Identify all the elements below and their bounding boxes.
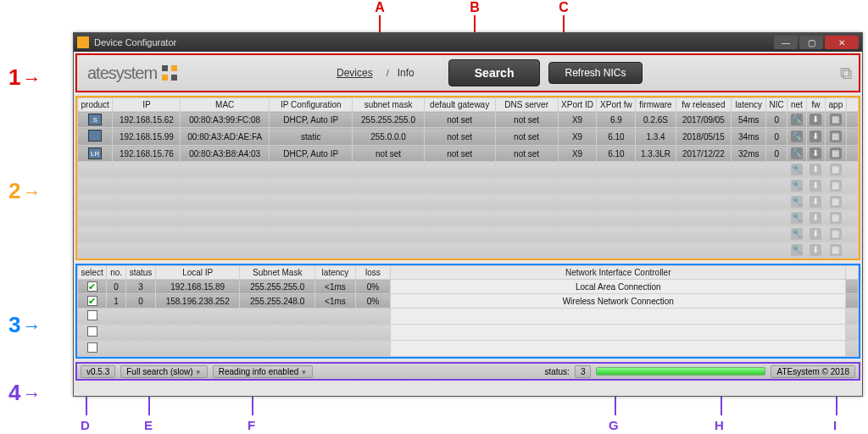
status-bar: v0.5.3 Full search (slow) Reading info e… bbox=[77, 364, 859, 379]
table-row bbox=[78, 325, 859, 341]
header-bar: atesystem Devices / Info Search Refresh … bbox=[75, 53, 860, 92]
logo: atesystem bbox=[87, 64, 177, 83]
devices-col-released[interactable]: fw released bbox=[676, 98, 732, 112]
table-row[interactable]: LR192.168.15.7600:80:A3:B8:A4:03DHCP, Au… bbox=[78, 146, 859, 162]
download-icon: ⬇ bbox=[810, 244, 821, 256]
tab-separator: / bbox=[387, 68, 389, 78]
wrench-icon: 🔧 bbox=[791, 180, 803, 192]
download-icon[interactable]: ⬇ bbox=[810, 147, 821, 159]
app-icon[interactable]: ▦ bbox=[830, 114, 842, 125]
annotation-B: B bbox=[466, 0, 483, 15]
checkbox[interactable]: ✔ bbox=[87, 281, 97, 292]
product-icon: S bbox=[88, 114, 102, 125]
table-row: 🔧⬇▦ bbox=[78, 178, 859, 194]
status-label: status: bbox=[544, 367, 569, 376]
devices-col-latency[interactable]: latency bbox=[732, 98, 766, 112]
info-tab[interactable]: Info bbox=[398, 67, 415, 79]
table-row: 🔧⬇▦ bbox=[78, 210, 859, 226]
checkbox bbox=[87, 310, 97, 320]
table-row bbox=[78, 309, 859, 325]
wrench-icon: 🔧 bbox=[791, 228, 803, 240]
download-icon: ⬇ bbox=[810, 164, 821, 175]
devices-col-dns[interactable]: DNS server bbox=[495, 98, 558, 112]
app-icon[interactable]: ▦ bbox=[830, 131, 842, 142]
nic-col-no[interactable]: no. bbox=[107, 266, 126, 280]
nic-col-status[interactable]: status bbox=[125, 266, 155, 280]
checkbox[interactable]: ✔ bbox=[87, 296, 97, 306]
search-button[interactable]: Search bbox=[448, 59, 541, 86]
search-mode-dropdown[interactable]: Full search (slow) bbox=[120, 365, 208, 378]
app-icon: ▦ bbox=[830, 212, 842, 224]
devices-col-net[interactable]: net bbox=[787, 98, 807, 112]
app-icon: ▦ bbox=[830, 196, 842, 208]
progress-bar bbox=[596, 367, 765, 376]
app-icon: ▦ bbox=[830, 180, 842, 192]
titlebar[interactable]: Device Configurator — ▢ ✕ bbox=[74, 33, 862, 52]
table-row: 🔧⬇▦ bbox=[78, 194, 859, 210]
table-row bbox=[78, 341, 859, 357]
wrench-icon[interactable]: 🔧 bbox=[791, 147, 803, 159]
annotation-4: 4 bbox=[8, 380, 41, 406]
app-icon bbox=[77, 36, 89, 48]
copyright-label: ATEsystem © 2018 bbox=[771, 365, 855, 378]
wrench-icon: 🔧 bbox=[791, 196, 803, 208]
annotation-H: H bbox=[715, 418, 724, 432]
devices-col-ipconfig[interactable]: IP Configuration bbox=[270, 98, 353, 112]
devices-col-xportfw[interactable]: XPort fw bbox=[597, 98, 636, 112]
table-row[interactable]: ✔10158.196.238.252255.255.248.0<1ms0%Wir… bbox=[78, 294, 859, 309]
nic-section: select no. status Local IP Subnet Mask l… bbox=[75, 264, 860, 359]
nic-col-select[interactable]: select bbox=[78, 266, 107, 280]
app-icon: ▦ bbox=[830, 228, 842, 240]
nic-col-mask[interactable]: Subnet Mask bbox=[240, 266, 315, 280]
nic-col-lat[interactable]: latency bbox=[315, 266, 356, 280]
checkbox bbox=[87, 326, 97, 337]
product-icon: LR bbox=[88, 147, 102, 159]
status-value: 3 bbox=[575, 365, 592, 378]
devices-col-mac[interactable]: MAC bbox=[181, 98, 270, 112]
table-row: 🔧⬇▦ bbox=[78, 226, 859, 242]
wrench-icon[interactable]: 🔧 bbox=[791, 131, 803, 142]
devices-tab[interactable]: Devices bbox=[331, 64, 378, 82]
annotation-I: I bbox=[833, 418, 837, 432]
devices-col-app[interactable]: app bbox=[826, 98, 846, 112]
minimize-button[interactable]: — bbox=[774, 36, 798, 49]
nic-scrollbar[interactable] bbox=[846, 266, 859, 280]
product-icon bbox=[88, 130, 102, 142]
checkbox bbox=[87, 342, 97, 353]
table-row[interactable]: 192.168.15.9900:80:A3:AD:AE:FAstatic255.… bbox=[78, 128, 859, 146]
nic-col-ip[interactable]: Local IP bbox=[156, 266, 240, 280]
download-icon[interactable]: ⬇ bbox=[810, 114, 821, 125]
download-icon: ⬇ bbox=[810, 228, 821, 240]
annotation-G: G bbox=[609, 418, 619, 432]
nic-col-name[interactable]: Network Interface Controller bbox=[391, 266, 846, 280]
table-row[interactable]: ✔03192.168.15.89255.255.255.0<1ms0%Local… bbox=[78, 280, 859, 294]
network-icon: ⧉ bbox=[840, 64, 852, 83]
download-icon[interactable]: ⬇ bbox=[810, 131, 821, 142]
annotation-3: 3 bbox=[8, 312, 41, 338]
maximize-button[interactable]: ▢ bbox=[799, 36, 823, 49]
devices-col-fw[interactable]: fw bbox=[806, 98, 826, 112]
annotation-D: D bbox=[81, 418, 90, 432]
close-button[interactable]: ✕ bbox=[825, 36, 859, 49]
devices-col-gw[interactable]: default gateway bbox=[424, 98, 495, 112]
devices-col-xportid[interactable]: XPort ID bbox=[558, 98, 597, 112]
devices-col-product[interactable]: product bbox=[78, 98, 113, 112]
version-label: v0.5.3 bbox=[81, 365, 115, 378]
devices-col-mask[interactable]: subnet mask bbox=[353, 98, 424, 112]
devices-scrollbar[interactable] bbox=[846, 98, 858, 112]
devices-col-nic[interactable]: NIC bbox=[766, 98, 787, 112]
nic-col-loss[interactable]: loss bbox=[355, 266, 390, 280]
reading-mode-dropdown[interactable]: Reading info enabled bbox=[213, 365, 314, 378]
wrench-icon: 🔧 bbox=[791, 212, 803, 224]
app-window: Device Configurator — ▢ ✕ atesystem Devi… bbox=[73, 32, 863, 397]
annotation-A: A bbox=[371, 0, 388, 15]
table-row: 🔧⬇▦ bbox=[78, 242, 859, 259]
app-icon[interactable]: ▦ bbox=[830, 147, 842, 159]
annotation-E: E bbox=[144, 418, 153, 432]
devices-col-firmware[interactable]: firmware bbox=[636, 98, 676, 112]
table-row[interactable]: S192.168.15.6200:80:A3:99:FC:08DHCP, Aut… bbox=[78, 112, 859, 128]
wrench-icon[interactable]: 🔧 bbox=[791, 114, 803, 125]
refresh-nics-button[interactable]: Refresh NICs bbox=[548, 62, 642, 84]
download-icon: ⬇ bbox=[810, 196, 821, 208]
devices-col-ip[interactable]: IP bbox=[113, 98, 181, 112]
